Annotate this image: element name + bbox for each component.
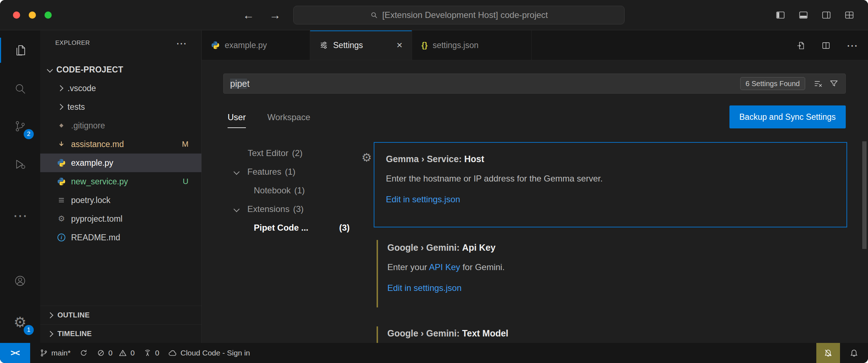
explorer-activity-icon[interactable] <box>0 33 40 67</box>
cloud-icon <box>168 348 177 358</box>
source-control-badge: 2 <box>24 129 34 139</box>
settings-editor: pipet 6 Settings Found User <box>202 61 868 343</box>
explorer-title: EXPLORER <box>55 39 90 47</box>
git-branch-item[interactable]: main* <box>35 349 75 357</box>
editor-tab-bar: example.py Settings × {} <box>202 30 868 60</box>
markdown-file-icon <box>57 140 66 149</box>
activity-bar: 2 ⋯ ⚙ 1 <box>0 30 40 343</box>
toggle-panel-icon[interactable] <box>798 10 808 20</box>
command-center-label: [Extension Development Host] code-projec… <box>382 10 548 20</box>
sliders-icon <box>319 41 328 50</box>
tree-item-assistance-md[interactable]: assistance.md M <box>40 135 201 154</box>
chevron-right-icon <box>57 104 64 110</box>
edit-in-settings-json-link[interactable]: Edit in settings.json <box>386 194 460 204</box>
edit-in-settings-json-link[interactable]: Edit in settings.json <box>387 283 462 293</box>
gear-file-icon: ⚙ <box>57 214 66 223</box>
modified-indicator <box>377 326 378 343</box>
chevron-right-icon <box>47 312 53 318</box>
split-editor-icon[interactable] <box>821 41 831 50</box>
tree-item-poetry-lock[interactable]: poetry.lock <box>40 191 201 209</box>
python-file-icon <box>57 177 66 186</box>
close-tab-icon[interactable]: × <box>397 39 402 51</box>
editor-area: example.py Settings × {} <box>202 30 868 343</box>
tab-settings[interactable]: Settings × <box>310 30 412 60</box>
chevron-down-icon <box>47 67 53 73</box>
settings-gear-badge: 1 <box>24 325 34 335</box>
setting-gemma-service-host[interactable]: Gemma › Service: Host Enter the hostname… <box>374 142 847 227</box>
git-file-icon <box>57 121 66 130</box>
remote-indicator[interactable]: >< <box>0 343 30 363</box>
explorer-sidebar: EXPLORER ⋯ CODE-PROJECT .vscode tests <box>40 30 202 343</box>
tree-item-example-py[interactable]: example.py <box>40 154 201 172</box>
editor-more-actions-icon[interactable]: ⋯ <box>846 39 858 52</box>
zoom-window-button[interactable] <box>45 11 52 19</box>
scrollbar[interactable] <box>862 141 867 249</box>
timeline-section-header[interactable]: TIMELINE <box>40 324 201 343</box>
minimize-window-button[interactable] <box>29 11 36 19</box>
chevron-right-icon <box>47 331 53 337</box>
tree-root-code-project[interactable]: CODE-PROJECT <box>40 60 201 79</box>
json-braces-icon: {} <box>421 41 428 50</box>
modified-indicator <box>377 240 378 307</box>
setting-context-gear-icon[interactable]: ⚙ <box>361 152 372 163</box>
more-views-icon[interactable]: ⋯ <box>0 198 40 233</box>
bell-slash-icon <box>823 348 833 358</box>
python-file-icon <box>57 158 66 168</box>
info-file-icon: i <box>57 233 66 242</box>
cloud-code-item[interactable]: Cloud Code - Sign in <box>164 348 255 358</box>
settings-list: ⚙ Gemma › Service: Host Enter the hostna… <box>202 61 868 343</box>
navigate-forward-button[interactable]: → <box>269 9 281 22</box>
toggle-sidebar-icon[interactable] <box>775 10 785 20</box>
customize-layout-icon[interactable] <box>844 10 854 20</box>
settings-gear-icon[interactable]: ⚙ 1 <box>0 305 40 339</box>
open-changes-icon[interactable] <box>796 41 806 50</box>
tab-settings-json[interactable]: {} settings.json <box>412 30 532 60</box>
explorer-more-actions-icon[interactable]: ⋯ <box>176 37 187 50</box>
warnings-icon <box>118 349 127 357</box>
python-file-icon <box>211 41 220 50</box>
branch-icon <box>39 349 48 357</box>
tree-item-tests[interactable]: tests <box>40 98 201 116</box>
traffic-lights <box>13 11 52 19</box>
ports-item[interactable]: 0 <box>139 349 164 357</box>
setting-google-gemini-text-model[interactable]: Google › Gemini: Text Model <box>374 326 847 343</box>
command-center[interactable]: [Extension Development Host] code-projec… <box>293 6 625 24</box>
title-bar: ← → [Extension Development Host] code-pr… <box>0 0 868 30</box>
tree-item-readme-md[interactable]: i README.md <box>40 228 201 247</box>
broadcast-icon <box>143 349 152 357</box>
outline-section-header[interactable]: OUTLINE <box>40 306 201 324</box>
api-key-link[interactable]: API Key <box>429 262 460 272</box>
close-window-button[interactable] <box>13 11 20 19</box>
bell-icon <box>849 348 859 358</box>
accounts-icon[interactable] <box>0 264 40 298</box>
vscode-window: ← → [Extension Development Host] code-pr… <box>0 0 868 363</box>
setting-google-gemini-api-key[interactable]: Google › Gemini: Api Key Enter your API … <box>374 239 847 308</box>
navigate-back-button[interactable]: ← <box>243 9 254 22</box>
tab-example-py[interactable]: example.py <box>202 30 310 60</box>
source-control-activity-icon[interactable]: 2 <box>0 109 40 143</box>
tree-item-vscode[interactable]: .vscode <box>40 79 201 98</box>
tree-item-pyproject-toml[interactable]: ⚙ pyproject.toml <box>40 209 201 228</box>
do-not-disturb-item[interactable] <box>816 343 840 363</box>
notifications-item[interactable] <box>840 343 868 363</box>
sync-changes-item[interactable] <box>75 349 92 357</box>
chevron-right-icon <box>57 85 64 91</box>
status-bar: >< main* <box>0 343 868 363</box>
toggle-secondary-sidebar-icon[interactable] <box>821 10 831 20</box>
run-debug-activity-icon[interactable] <box>0 147 40 182</box>
git-untracked-badge: U <box>183 177 188 186</box>
search-icon <box>370 11 378 19</box>
list-file-icon <box>57 195 66 205</box>
tree-item-new-service-py[interactable]: new_service.py U <box>40 172 201 191</box>
tree-item-gitignore[interactable]: .gitignore <box>40 116 201 135</box>
problems-item[interactable]: 0 0 <box>92 349 139 357</box>
search-activity-icon[interactable] <box>0 71 40 106</box>
file-tree: CODE-PROJECT .vscode tests .git <box>40 60 201 247</box>
errors-icon <box>97 349 105 357</box>
sync-icon <box>79 349 88 357</box>
git-modified-badge: M <box>182 140 188 149</box>
